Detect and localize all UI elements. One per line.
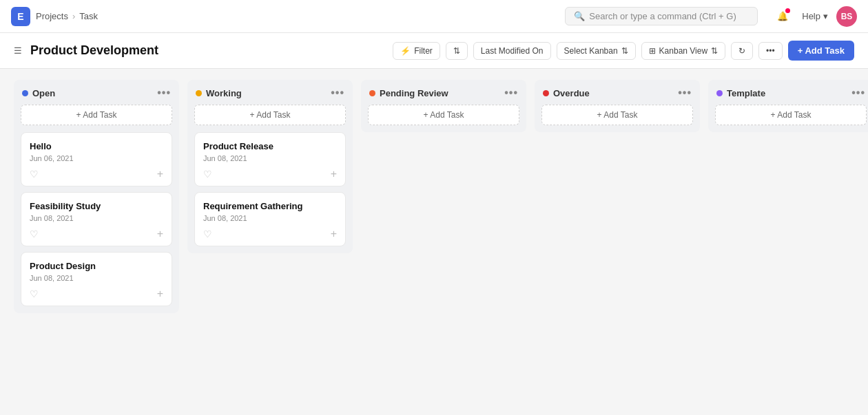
breadcrumb-task: Task — [79, 11, 98, 21]
card-date: Jun 08, 2021 — [203, 154, 337, 162]
last-modified-button[interactable]: Last Modified On — [473, 42, 551, 60]
column-more-open[interactable]: ••• — [157, 87, 171, 99]
column-header-pending-review: Pending Review ••• — [361, 80, 526, 105]
table-row[interactable]: Product Design Jun 08, 2021 ♡ + — [21, 252, 172, 306]
topnav-right: 🔔 Help ▾ BS — [772, 6, 857, 28]
column-dot-pending-review — [369, 90, 375, 96]
table-row[interactable]: Requirement Gathering Jun 08, 2021 ♡ + — [194, 192, 346, 246]
chevron-down-icon: ⇅ — [711, 46, 718, 56]
like-icon[interactable]: ♡ — [203, 228, 212, 240]
help-label: Help — [802, 11, 820, 21]
filter-icon: ⚡ — [400, 46, 411, 56]
card-date: Jun 08, 2021 — [203, 214, 337, 222]
last-modified-label: Last Modified On — [481, 46, 544, 56]
column-header-overdue: Overdue ••• — [535, 80, 700, 105]
select-kanban-label: Select Kanban — [564, 46, 618, 56]
column-more-overdue[interactable]: ••• — [678, 87, 692, 99]
column-title-pending-review: Pending Review — [380, 88, 500, 98]
column-title-open: Open — [32, 88, 153, 98]
filter-label: Filter — [414, 46, 433, 56]
topnav: E Projects › Task 🔍 Search or type a com… — [0, 0, 868, 33]
add-task-bar-overdue[interactable]: + Add Task — [541, 105, 693, 125]
header-actions: ⚡ Filter ⇅ Last Modified On Select Kanba… — [393, 41, 854, 61]
add-icon[interactable]: + — [331, 168, 337, 180]
add-icon[interactable]: + — [157, 228, 163, 240]
card-footer: ♡ + — [203, 228, 337, 240]
column-header-working: Working ••• — [187, 80, 353, 105]
card-date: Jun 08, 2021 — [30, 274, 163, 282]
kanban-board: Open ••• + Add Task Hello Jun 06, 2021 ♡… — [0, 69, 868, 415]
card-title: Requirement Gathering — [203, 201, 337, 211]
column-title-template: Template — [727, 88, 847, 98]
breadcrumb: Projects › Task — [36, 11, 98, 21]
column-dot-open — [22, 90, 28, 96]
card-title: Product Release — [203, 141, 337, 151]
column-dot-overdue — [543, 90, 549, 96]
like-icon[interactable]: ♡ — [30, 169, 39, 180]
column-title-working: Working — [206, 88, 327, 98]
add-icon[interactable]: + — [331, 228, 337, 240]
search-bar[interactable]: 🔍 Search or type a command (Ctrl + G) — [565, 7, 758, 25]
add-task-bar-open[interactable]: + Add Task — [21, 105, 172, 125]
refresh-button[interactable]: ↻ — [731, 42, 753, 60]
add-icon[interactable]: + — [157, 288, 163, 300]
add-task-bar-pending-review[interactable]: + Add Task — [368, 105, 519, 125]
add-task-button[interactable]: + Add Task — [788, 41, 854, 61]
page-header: ☰ Product Development ⚡ Filter ⇅ Last Mo… — [0, 33, 868, 69]
breadcrumb-chevron-1: › — [72, 11, 75, 21]
column-template: Template ••• + Add Task — [708, 80, 868, 132]
card-title: Product Design — [30, 261, 163, 271]
column-dot-template — [716, 90, 723, 96]
column-header-open: Open ••• — [14, 80, 179, 105]
card-title: Feasibility Study — [30, 201, 163, 211]
column-more-template[interactable]: ••• — [851, 87, 865, 99]
kanban-view-button[interactable]: ⊞ Kanban View ⇅ — [641, 42, 726, 60]
help-button[interactable]: Help ▾ — [802, 11, 828, 21]
table-row[interactable]: Product Release Jun 08, 2021 ♡ + — [194, 132, 346, 187]
like-icon[interactable]: ♡ — [30, 288, 39, 299]
filter-button[interactable]: ⚡ Filter — [393, 42, 440, 60]
breadcrumb-projects[interactable]: Projects — [36, 11, 68, 21]
add-task-bar-working[interactable]: + Add Task — [194, 105, 346, 125]
column-pending-review: Pending Review ••• + Add Task — [361, 80, 526, 132]
refresh-icon: ↻ — [738, 46, 745, 56]
select-kanban-button[interactable]: Select Kanban ⇅ — [557, 42, 636, 60]
column-open: Open ••• + Add Task Hello Jun 06, 2021 ♡… — [14, 80, 179, 313]
sort-icon: ⇅ — [453, 46, 460, 56]
table-row[interactable]: Feasibility Study Jun 08, 2021 ♡ + — [21, 192, 172, 246]
card-date: Jun 06, 2021 — [30, 154, 163, 162]
search-placeholder: Search or type a command (Ctrl + G) — [589, 11, 736, 21]
notification-dot — [785, 8, 790, 13]
card-footer: ♡ + — [30, 228, 163, 240]
column-title-overdue: Overdue — [553, 88, 674, 98]
sidebar-toggle-icon[interactable]: ☰ — [14, 45, 22, 56]
like-icon[interactable]: ♡ — [30, 228, 39, 240]
add-task-bar-template[interactable]: + Add Task — [715, 105, 867, 125]
sort-button[interactable]: ⇅ — [446, 42, 468, 60]
column-more-pending-review[interactable]: ••• — [504, 87, 518, 99]
column-header-template: Template ••• — [708, 80, 868, 105]
card-title: Hello — [30, 141, 163, 151]
search-icon: 🔍 — [574, 11, 585, 21]
card-date: Jun 08, 2021 — [30, 214, 163, 222]
column-dot-working — [196, 90, 202, 96]
more-options-button[interactable]: ••• — [758, 42, 783, 60]
cards-list-open: Hello Jun 06, 2021 ♡ + Feasibility Study… — [14, 132, 179, 313]
like-icon[interactable]: ♡ — [203, 169, 212, 180]
kanban-view-label: Kanban View — [659, 46, 708, 56]
chevron-down-icon: ⇅ — [621, 46, 628, 56]
ellipsis-icon: ••• — [766, 46, 775, 56]
kanban-view-icon: ⊞ — [649, 46, 656, 56]
notification-button[interactable]: 🔔 — [772, 6, 794, 28]
cards-list-working: Product Release Jun 08, 2021 ♡ + Require… — [187, 132, 353, 253]
chevron-down-icon: ▾ — [823, 11, 828, 21]
column-overdue: Overdue ••• + Add Task — [535, 80, 700, 132]
card-footer: ♡ + — [30, 168, 163, 180]
add-icon[interactable]: + — [157, 168, 163, 180]
card-footer: ♡ + — [203, 168, 337, 180]
app-logo[interactable]: E — [11, 7, 30, 26]
table-row[interactable]: Hello Jun 06, 2021 ♡ + — [21, 132, 172, 187]
column-more-working[interactable]: ••• — [331, 87, 344, 99]
card-footer: ♡ + — [30, 288, 163, 300]
avatar[interactable]: BS — [836, 6, 857, 27]
